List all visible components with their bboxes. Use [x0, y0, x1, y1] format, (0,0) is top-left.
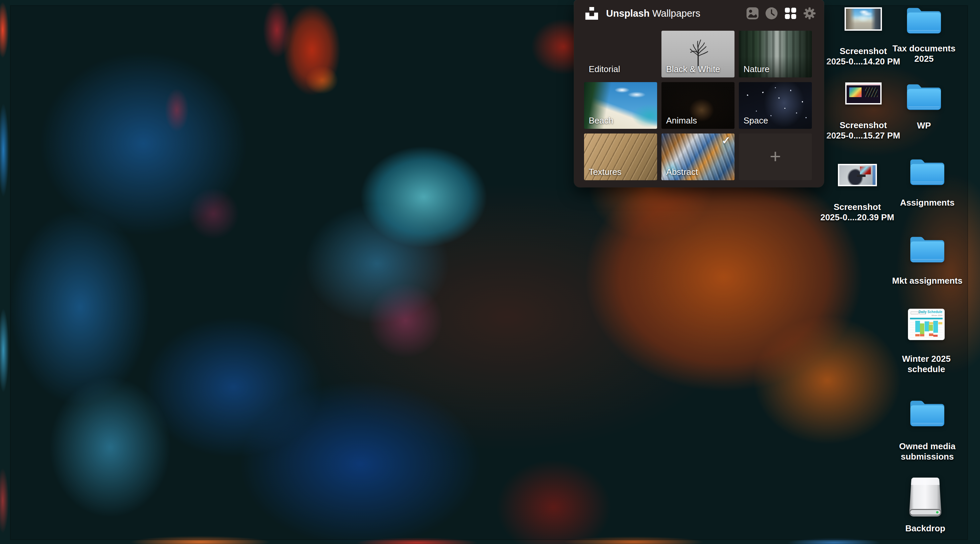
document-preview-icon: Daily Schedule Winter 2024: [908, 309, 945, 340]
category-label: Nature: [743, 64, 770, 75]
external-drive-icon: [907, 476, 944, 518]
desktop-icon-tax-documents-2025[interactable]: Tax documents2025: [884, 5, 964, 64]
category-label: Space: [743, 115, 768, 126]
category-tile-beach[interactable]: Beach: [584, 82, 657, 129]
icon-label: WP: [917, 120, 931, 131]
bare-tree-illustration: [686, 34, 711, 67]
category-tile-abstract[interactable]: ✓ Abstract: [662, 134, 735, 180]
panel-title: UnsplashWallpapers: [606, 8, 700, 19]
icon-label: Backdrop: [905, 523, 945, 534]
folder-icon: [908, 234, 947, 265]
screenshot-thumbnail: [845, 7, 882, 31]
desktop-icon-mkt-assignments[interactable]: Mkt assignments: [887, 234, 967, 286]
history-icon[interactable]: [765, 7, 778, 20]
unsplash-wallpapers-panel: UnsplashWallpapers: [574, 0, 824, 187]
screenshot-thumbnail: [838, 164, 877, 186]
photos-icon[interactable]: [746, 7, 759, 20]
icon-label: Tax documents2025: [892, 43, 956, 64]
category-tile-nature[interactable]: Nature: [739, 31, 812, 77]
selected-check-icon: ✓: [721, 134, 730, 147]
folder-icon: [908, 397, 947, 429]
category-tile-editorial[interactable]: Editorial: [584, 31, 657, 77]
desktop-icon-wp[interactable]: WP: [884, 81, 964, 131]
icon-label: Winter 2025schedule: [902, 354, 951, 375]
doc-preview-subtitle: Winter 2024: [932, 314, 942, 316]
folder-icon: [904, 5, 943, 36]
category-tile-space[interactable]: Space: [739, 82, 812, 129]
category-label: Beach: [589, 115, 613, 126]
desktop-icon-assignments[interactable]: Assignments: [887, 156, 967, 208]
panel-title-regular: Wallpapers: [652, 8, 700, 19]
panel-header-icons: [746, 7, 816, 20]
category-label: Textures: [589, 167, 621, 177]
category-label: Editorial: [589, 64, 620, 75]
category-label: Abstract: [666, 167, 698, 177]
category-tile-animals[interactable]: Animals: [662, 82, 735, 129]
add-category-button[interactable]: +: [739, 134, 812, 180]
doc-preview-title: Daily Schedule: [919, 310, 942, 314]
grid-view-icon[interactable]: [784, 7, 797, 20]
folder-icon: [904, 81, 943, 112]
desktop-icon-screenshot-2039[interactable]: Screenshot2025-0....20.39 PM: [817, 164, 897, 223]
category-tile-textures[interactable]: Textures: [584, 134, 657, 180]
folder-icon: [908, 156, 947, 188]
panel-header: UnsplashWallpapers: [585, 0, 816, 27]
category-tile-black-and-white[interactable]: Black & White: [662, 31, 735, 77]
icon-label: Assignments: [900, 198, 954, 208]
panel-title-bold: Unsplash: [606, 8, 650, 19]
icon-label: Mkt assignments: [892, 276, 963, 286]
icon-label: Screenshot2025-0....20.39 PM: [820, 202, 894, 223]
screenshot-thumbnail: [845, 83, 881, 104]
desktop-icon-winter-2025-schedule[interactable]: Daily Schedule Winter 2024 Winter 2025sc…: [886, 309, 966, 375]
icon-label: Owned mediasubmissions: [899, 441, 955, 462]
category-label: Animals: [666, 115, 697, 126]
category-label: Black & White: [666, 64, 720, 75]
desktop-icon-owned-media-submissions[interactable]: Owned mediasubmissions: [887, 397, 967, 462]
unsplash-logo-icon: [585, 7, 598, 20]
settings-icon[interactable]: [803, 7, 816, 20]
desktop-icon-backdrop-drive[interactable]: Backdrop: [885, 476, 965, 534]
plus-icon: +: [770, 147, 781, 166]
screen: UnsplashWallpapers: [0, 0, 980, 544]
